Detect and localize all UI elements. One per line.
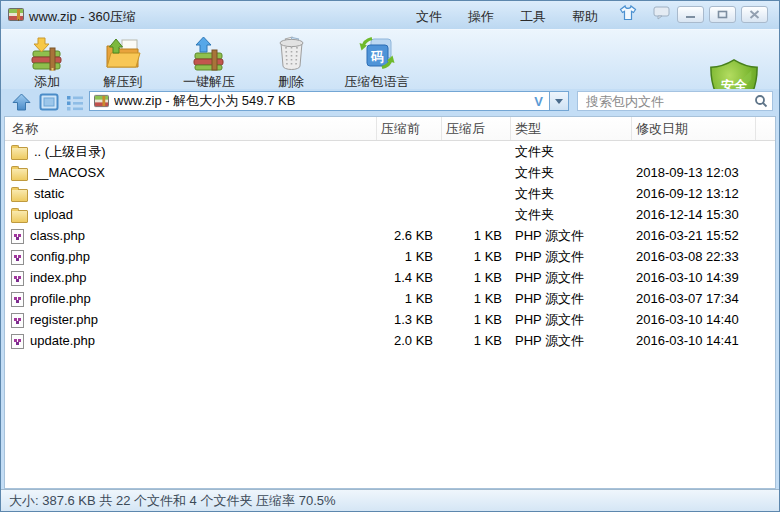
menu-help[interactable]: 帮助 xyxy=(572,7,598,27)
extract-to-button[interactable]: 解压到 xyxy=(83,31,163,92)
file-type: PHP 源文件 xyxy=(511,311,632,329)
size-after: 1 KB xyxy=(442,312,511,327)
table-row[interactable]: class.php 2.6 KB 1 KB PHP 源文件 2016-03-21… xyxy=(5,225,775,246)
table-row[interactable]: index.php 1.4 KB 1 KB PHP 源文件 2016-03-10… xyxy=(5,267,775,288)
file-date: 2016-03-08 22:33 xyxy=(632,249,756,264)
size-before: 2.0 KB xyxy=(377,333,442,348)
add-archive-icon xyxy=(29,34,65,72)
size-after: 1 KB xyxy=(442,333,511,348)
one-click-extract-icon xyxy=(191,34,227,72)
folder-icon xyxy=(11,147,28,160)
size-after: 1 KB xyxy=(442,228,511,243)
column-header-size-before[interactable]: 压缩前 xyxy=(377,117,442,140)
address-dropdown-button[interactable] xyxy=(549,91,569,111)
table-row[interactable]: register.php 1.3 KB 1 KB PHP 源文件 2016-03… xyxy=(5,309,775,330)
table-row[interactable]: __MACOSX 文件夹 2018-09-13 12:03 xyxy=(5,162,775,183)
file-type: PHP 源文件 xyxy=(511,227,632,245)
file-date: 2016-03-10 14:40 xyxy=(632,312,756,327)
maximize-button[interactable] xyxy=(709,6,736,23)
file-list: 名称 压缩前 压缩后 类型 修改日期 .. (上级目录) 文件夹 __MACOS… xyxy=(4,116,776,489)
window-title: www.zip - 360压缩 xyxy=(29,8,136,26)
menu-file[interactable]: 文件 xyxy=(416,7,442,27)
file-type: PHP 源文件 xyxy=(511,248,632,266)
file-type: 文件夹 xyxy=(511,143,632,161)
app-logo-icon xyxy=(8,7,24,26)
title-bar: www.zip - 360压缩 文件 操作 工具 帮助 xyxy=(1,1,779,29)
add-button[interactable]: 添加 xyxy=(11,31,83,92)
file-name: static xyxy=(34,186,64,201)
address-v-icon[interactable]: V xyxy=(534,94,543,109)
column-header-type[interactable]: 类型 xyxy=(511,117,632,140)
archive-language-button[interactable]: 码 压缩包语言 xyxy=(327,31,427,92)
column-header-spacer xyxy=(756,117,775,140)
file-type: PHP 源文件 xyxy=(511,269,632,287)
archive-language-icon: 码 xyxy=(358,34,396,72)
address-bar: www.zip - 解包大小为 549.7 KB V xyxy=(1,89,779,116)
php-file-icon xyxy=(11,229,24,244)
menu-bar: 文件 操作 工具 帮助 xyxy=(416,7,598,27)
column-header-date[interactable]: 修改日期 xyxy=(632,117,756,140)
extract-to-icon xyxy=(104,34,142,72)
table-row[interactable]: config.php 1 KB 1 KB PHP 源文件 2016-03-08 … xyxy=(5,246,775,267)
column-header-size-after[interactable]: 压缩后 xyxy=(442,117,511,140)
file-date: 2016-03-21 15:52 xyxy=(632,228,756,243)
minimize-button[interactable] xyxy=(677,6,704,23)
folder-icon xyxy=(11,210,28,223)
search-box xyxy=(577,91,773,111)
search-input[interactable] xyxy=(584,93,754,110)
size-before: 1.4 KB xyxy=(377,270,442,285)
delete-icon xyxy=(274,34,308,72)
address-field[interactable]: www.zip - 解包大小为 549.7 KB V xyxy=(89,91,549,111)
archive-mini-icon xyxy=(94,94,109,108)
list-view-icon[interactable] xyxy=(65,93,85,115)
file-type: PHP 源文件 xyxy=(511,290,632,308)
folder-icon xyxy=(11,168,28,181)
size-before: 1 KB xyxy=(377,249,442,264)
table-row[interactable]: static 文件夹 2016-09-12 13:12 xyxy=(5,183,775,204)
php-file-icon xyxy=(11,334,24,349)
one-click-extract-button[interactable]: 一键解压 xyxy=(163,31,255,92)
file-list-body: .. (上级目录) 文件夹 __MACOSX 文件夹 2018-09-13 12… xyxy=(5,141,775,351)
menu-actions[interactable]: 操作 xyxy=(468,7,494,27)
menu-tools[interactable]: 工具 xyxy=(520,7,546,27)
file-name: update.php xyxy=(30,333,95,348)
skin-icon[interactable] xyxy=(619,5,637,21)
table-row[interactable]: update.php 2.0 KB 1 KB PHP 源文件 2016-03-1… xyxy=(5,330,775,351)
size-before: 1 KB xyxy=(377,291,442,306)
file-type: 文件夹 xyxy=(511,185,632,203)
file-date: 2016-03-10 14:39 xyxy=(632,270,756,285)
file-list-header: 名称 压缩前 压缩后 类型 修改日期 xyxy=(5,117,775,141)
file-date: 2016-03-10 14:41 xyxy=(632,333,756,348)
file-name: class.php xyxy=(30,228,85,243)
file-type: 文件夹 xyxy=(511,164,632,182)
size-before: 1.3 KB xyxy=(377,312,442,327)
php-file-icon xyxy=(11,250,24,265)
column-header-name[interactable]: 名称 xyxy=(5,117,377,140)
table-row[interactable]: .. (上级目录) 文件夹 xyxy=(5,141,775,162)
php-file-icon xyxy=(11,313,24,328)
file-name: profile.php xyxy=(30,291,91,306)
up-level-icon[interactable] xyxy=(11,93,32,116)
svg-text:码: 码 xyxy=(370,49,384,64)
file-type: PHP 源文件 xyxy=(511,332,632,350)
file-name: .. (上级目录) xyxy=(34,143,106,161)
size-after: 1 KB xyxy=(442,270,511,285)
file-type: 文件夹 xyxy=(511,206,632,224)
table-row[interactable]: upload 文件夹 2016-12-14 15:30 xyxy=(5,204,775,225)
php-file-icon xyxy=(11,271,24,286)
file-name: __MACOSX xyxy=(34,165,105,180)
size-after: 1 KB xyxy=(442,291,511,306)
close-button[interactable] xyxy=(741,6,768,23)
file-name: upload xyxy=(34,207,73,222)
table-row[interactable]: profile.php 1 KB 1 KB PHP 源文件 2016-03-07… xyxy=(5,288,775,309)
window-controls xyxy=(677,6,768,23)
file-date: 2018-09-13 12:03 xyxy=(632,165,756,180)
view-mode-icon[interactable] xyxy=(39,93,59,115)
file-name: config.php xyxy=(30,249,90,264)
search-icon[interactable] xyxy=(754,94,768,108)
php-file-icon xyxy=(11,292,24,307)
delete-button[interactable]: 删除 xyxy=(255,31,327,92)
feedback-icon[interactable] xyxy=(653,5,670,20)
toolbar: 添加 解压到 xyxy=(1,29,779,89)
file-name: index.php xyxy=(30,270,86,285)
